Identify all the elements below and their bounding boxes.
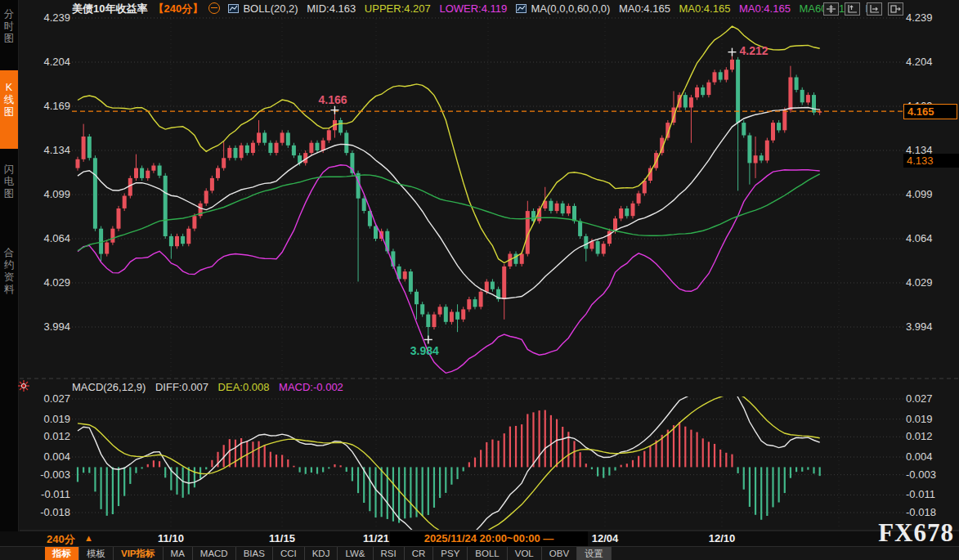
price-annotation-4.166: 4.166 <box>318 93 347 106</box>
sidebar-tab-3[interactable]: 闪电图 <box>0 159 18 232</box>
pan-icon[interactable] <box>823 2 839 16</box>
chart-application: 分时图K线图闪电图合约资料 美债10年收益率【240分】 BOLL(20,2) … <box>0 0 959 560</box>
macd-label: MACD(26,12,9) <box>72 381 146 393</box>
price-annotation-3.984: 3.984 <box>410 344 439 357</box>
toolbar-item-CR[interactable]: CR <box>405 547 434 560</box>
price-tick-left: 4.064 <box>28 232 70 244</box>
ma0-yellow: MA0:4.165 <box>679 2 730 15</box>
indicator-icon <box>516 1 527 19</box>
price-tick-left: 3.994 <box>28 320 70 333</box>
price-tick-right: 4.099 <box>906 188 933 200</box>
ma0-white: MA0:4.165 <box>619 2 670 15</box>
price-tick-right: 3.994 <box>906 320 933 333</box>
macd-tick-left: -0.018 <box>28 506 70 518</box>
period-selector[interactable]: 240分 <box>47 532 75 547</box>
macd-tick-left: 0.019 <box>28 413 70 425</box>
price-tick-left: 4.204 <box>28 56 70 68</box>
macd-tick-left: 0.004 <box>28 450 70 463</box>
price-tick-right: 4.204 <box>906 56 933 68</box>
period-up-arrow-icon[interactable]: ▲ <box>84 533 93 543</box>
date-label-11/10: 11/10 <box>158 532 184 544</box>
sidebar-tab-2[interactable]: K线图 <box>0 70 18 149</box>
macd-legend: MACD(26,12,9) DIFF:0.007 DEA:0.008 MACD:… <box>72 381 350 393</box>
date-label-11/21: 11/21 <box>363 532 389 544</box>
boll-lower: LOWER:4.119 <box>439 2 507 15</box>
macd-tick-left: -0.011 <box>28 488 70 500</box>
toolbar-item-BIAS[interactable]: BIAS <box>236 547 273 560</box>
macd-value: MACD:-0.002 <box>279 381 343 393</box>
secondary-price-badge: 4.133 <box>903 154 959 168</box>
sidebar: 分时图K线图闪电图合约资料 <box>0 0 19 560</box>
price-tick-right: 4.239 <box>906 11 933 24</box>
selected-bar-range: 2025/11/24 20:00~00:00 — <box>390 531 588 546</box>
price-tick-left: 4.099 <box>28 188 70 200</box>
date-label-12/04: 12/04 <box>592 532 619 544</box>
period-tag: 【240分】 <box>153 2 203 15</box>
date-label-12/10: 12/10 <box>709 532 736 544</box>
macd-tick-right: 0.012 <box>906 430 933 442</box>
boll-upper: UPPER:4.207 <box>365 2 431 15</box>
price-tick-left: 4.169 <box>28 100 70 112</box>
toolbar-item-VIP指标[interactable]: VIP指标 <box>114 547 164 560</box>
instrument-title: 美债10年收益率 <box>72 2 147 15</box>
toolbar-item-设置[interactable]: 设置 <box>577 547 612 560</box>
macd-dea: DEA:0.008 <box>218 381 270 393</box>
toolbar-item-RSI[interactable]: RSI <box>374 547 405 560</box>
price-tick-right: 4.029 <box>906 276 933 289</box>
toolbar-item-指标[interactable]: 指标 <box>45 547 79 560</box>
watermark: FX678 <box>878 518 954 548</box>
window-controls <box>821 2 903 17</box>
toolbar-item-LW&[interactable]: LW& <box>338 547 373 560</box>
macd-tick-left: 0.027 <box>28 392 70 405</box>
sidebar-tab-4[interactable]: 合约资料 <box>0 242 18 342</box>
macd-diff: DIFF:0.007 <box>155 381 208 393</box>
macd-tick-right: 0.004 <box>906 450 933 463</box>
toolbar-item-KDJ[interactable]: KDJ <box>305 547 338 560</box>
macd-tick-left: -0.003 <box>28 468 70 481</box>
macd-tick-right: -0.003 <box>906 468 936 481</box>
collapse-icon[interactable] <box>208 2 220 14</box>
boll-label: BOLL(20,2) <box>243 2 298 15</box>
x-axis-row: 240分 ▲ 2025/11/24 20:00~00:00 — 11/1011/… <box>0 531 959 546</box>
ma-label: MA(0,0,0,60,0,0) <box>531 2 611 15</box>
toolbar-item-PSY[interactable]: PSY <box>433 547 468 560</box>
ma0-magenta: MA0:4.165 <box>739 2 791 15</box>
scale-y-axis-icon[interactable] <box>845 2 860 16</box>
indicator-toolbar: 指标模板VIP指标MAMACDBIASCCIKDJLW&RSICRPSYBOLL… <box>0 546 959 560</box>
indicator-icon <box>228 1 239 19</box>
macd-tick-right: 0.019 <box>906 413 933 425</box>
macd-tick-right: 0.027 <box>906 392 933 405</box>
chart-canvas[interactable] <box>0 0 959 560</box>
price-tick-right: 4.064 <box>906 232 933 244</box>
toolbar-item-OBV[interactable]: OBV <box>542 547 577 560</box>
toolbar-item-CCI[interactable]: CCI <box>273 547 305 560</box>
macd-tick-right: -0.018 <box>906 506 936 518</box>
price-tick-left: 4.134 <box>28 144 70 156</box>
starburst-icon[interactable] <box>17 379 30 396</box>
shift-right-icon[interactable] <box>888 2 903 16</box>
macd-tick-left: 0.012 <box>28 430 70 442</box>
price-tick-left: 4.239 <box>28 11 70 24</box>
sidebar-tab-1[interactable]: 分时图 <box>0 3 18 62</box>
price-tick-left: 4.029 <box>28 276 70 289</box>
price-annotation-4.212: 4.212 <box>739 44 768 57</box>
toolbar-item-MACD[interactable]: MACD <box>193 547 236 560</box>
macd-tick-right: -0.011 <box>906 488 935 500</box>
toolbar-item-VOL[interactable]: VOL <box>508 547 542 560</box>
chart-legend: 美债10年收益率【240分】 BOLL(20,2) MID:4.163 UPPE… <box>72 0 880 18</box>
current-price-badge: 4.165 <box>903 104 957 119</box>
boll-mid: MID:4.163 <box>307 2 356 15</box>
date-label-11/15: 11/15 <box>269 532 295 544</box>
scale-x-axis-icon[interactable] <box>867 2 882 16</box>
toolbar-item-BOLL[interactable]: BOLL <box>468 547 507 560</box>
toolbar-item-MA[interactable]: MA <box>164 547 193 560</box>
toolbar-item-模板[interactable]: 模板 <box>79 547 114 560</box>
